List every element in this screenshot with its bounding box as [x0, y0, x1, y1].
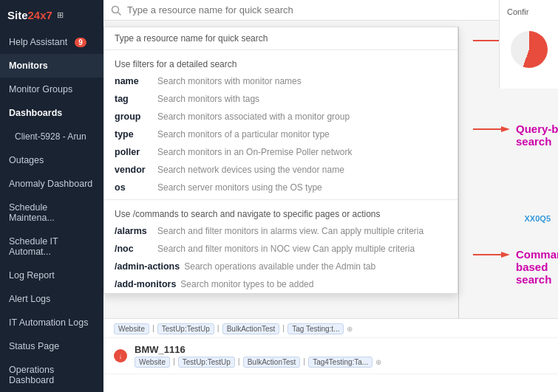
command-item-add-monitors[interactable]: /add-monitorsSearch monitor types to be … [104, 275, 457, 293]
command-keyword: /admin-actions [115, 261, 180, 272]
sidebar: Site24x7 ⊞ Help Assistant 9 Monitors Mon… [0, 0, 103, 392]
command-desc: Search monitor types to be added [180, 279, 313, 289]
separator: | [303, 357, 305, 368]
filter-item-poller[interactable]: pollerSearch monitors in an On-Premise P… [104, 143, 457, 161]
monitor-name: BMW_1116 [135, 344, 548, 355]
filter-keyword: group [115, 111, 153, 122]
monitor-tags: Website | TestUp:TestUp | BulkActionTest… [135, 357, 548, 368]
filter-item-tag[interactable]: tagSearch monitors with tags [104, 90, 457, 108]
filter-item-os[interactable]: osSearch server monitors using the OS ty… [104, 179, 457, 196]
tag: Tag Testing:t... [287, 323, 344, 334]
search-icon [111, 5, 121, 16]
sidebar-label: Schedule IT Automat... [9, 236, 95, 257]
command-keyword: /add-monitors [115, 279, 176, 289]
separator: | [217, 323, 220, 334]
sidebar-item-operations-dashboard[interactable]: Operations Dashboard [0, 358, 103, 392]
table-row[interactable]: Website | TestUp:TestUp | BulkActionTest… [103, 319, 558, 338]
tag: BulkActionTest [243, 357, 301, 368]
command-search-annotation: Command- based search [473, 248, 558, 286]
filter-desc: Search monitors associated with a monito… [157, 111, 350, 122]
sidebar-item-status-page[interactable]: Status Page [0, 334, 103, 358]
sidebar-item-monitors[interactable]: Monitors [0, 54, 103, 78]
command-items: /alarmsSearch and filter monitors in ala… [104, 222, 457, 293]
sidebar-item-outages[interactable]: Outages [0, 148, 103, 172]
search-dropdown: Type a resource name for quick search Us… [103, 27, 458, 294]
sidebar-label: Dashboards [9, 108, 62, 118]
filter-keyword: type [115, 129, 153, 140]
tag: TestUp:TestUp [157, 323, 214, 334]
logo-area: Site24x7 ⊞ [0, 0, 103, 30]
progress-circle [511, 31, 548, 68]
command-desc: Search operations available under the Ad… [184, 261, 375, 272]
sidebar-item-dashboards[interactable]: Dashboards [0, 101, 103, 125]
filter-item-vendor[interactable]: vendorSearch network devices using the v… [104, 161, 457, 179]
sidebar-label: IT Automation Logs [9, 317, 88, 328]
sidebar-label: Client-5928 - Arun [15, 131, 86, 142]
tag: Website [114, 323, 149, 334]
filter-search-hint: Use filters for a detailed search [104, 53, 457, 72]
divider1 [104, 49, 457, 50]
command-item-admin-actions[interactable]: /admin-actionsSearch operations availabl… [104, 258, 457, 275]
sidebar-item-anomaly-dashboard[interactable]: Anomaly Dashboard [0, 172, 103, 196]
filter-item-group[interactable]: groupSearch monitors associated with a m… [104, 108, 457, 125]
filter-desc: Search monitors of a particular monitor … [157, 129, 330, 140]
sidebar-item-schedule-it[interactable]: Schedule IT Automat... [0, 230, 103, 264]
sidebar-label: Outages [9, 155, 44, 165]
filter-keyword: poller [115, 147, 153, 157]
quick-search-hint: Type a resource name for quick search [104, 27, 457, 47]
monitor-list: Website | TestUp:TestUp | BulkActionTest… [103, 318, 558, 392]
separator: | [173, 357, 175, 368]
table-row[interactable]: ↓ BMW_1116 Website | TestUp:TestUp | Bul… [103, 338, 558, 374]
filter-desc: Search monitors with monitor names [157, 76, 302, 86]
filter-keyword: name [115, 76, 153, 86]
filter-keyword: os [115, 182, 153, 193]
filter-desc: Search network devices using the vendor … [157, 165, 344, 175]
tag: Website [135, 357, 170, 368]
filter-desc: Search server monitors using the OS type [157, 182, 322, 193]
sidebar-item-monitor-groups[interactable]: Monitor Groups [0, 78, 103, 101]
command-search-label: Command- based search [516, 248, 558, 286]
help-badge: 9 [75, 38, 86, 47]
filter-desc: Search monitors in an On-Premise Poller … [157, 147, 352, 157]
tag-more: ⊕ [347, 325, 353, 334]
sidebar-label: Status Page [9, 341, 59, 351]
filter-items: nameSearch monitors with monitor namesta… [104, 72, 457, 196]
command-search-arrow [473, 248, 510, 261]
sidebar-label: Monitors [9, 61, 48, 71]
command-desc: Search and filter monitors in NOC view C… [157, 244, 415, 254]
command-item-noc[interactable]: /nocSearch and filter monitors in NOC vi… [104, 240, 457, 258]
sidebar-item-log-report[interactable]: Log Report [0, 264, 103, 287]
separator: | [282, 323, 285, 334]
logo-highlight: 24x7 [28, 9, 52, 21]
divider2 [104, 199, 457, 200]
grid-icon[interactable]: ⊞ [57, 10, 64, 20]
tag: BulkActionTest [222, 323, 280, 334]
separator: | [238, 357, 240, 368]
separator: | [152, 323, 154, 334]
sidebar-item-schedule-maintenance[interactable]: Schedule Maintena... [0, 196, 103, 230]
filter-keyword: vendor [115, 165, 153, 175]
command-desc: Search and filter monitors in alarms vie… [157, 226, 423, 236]
sidebar-item-client[interactable]: Client-5928 - Arun [0, 125, 103, 148]
tag: TestUp:TestUp [178, 357, 235, 368]
sidebar-label: Anomaly Dashboard [9, 179, 92, 189]
filter-desc: Search monitors with tags [157, 94, 259, 104]
tag-more: ⊕ [375, 358, 381, 368]
filter-keyword: tag [115, 94, 153, 104]
command-keyword: /alarms [115, 226, 153, 236]
filter-item-name[interactable]: nameSearch monitors with monitor names [104, 72, 457, 90]
filter-item-type[interactable]: typeSearch monitors of a particular moni… [104, 125, 457, 143]
sidebar-item-help-assistant[interactable]: Help Assistant 9 [0, 30, 103, 54]
sidebar-label: Schedule Maintena... [9, 202, 95, 223]
sidebar-item-it-automation-logs[interactable]: IT Automation Logs [0, 311, 103, 334]
monitor-tags: Website | TestUp:TestUp | BulkActionTest… [114, 323, 548, 334]
sidebar-item-alert-logs[interactable]: Alert Logs [0, 287, 103, 311]
sidebar-label: Alert Logs [9, 294, 50, 304]
search-input[interactable] [127, 4, 551, 16]
svg-marker-7 [501, 252, 510, 258]
command-item-alarms[interactable]: /alarmsSearch and filter monitors in ala… [104, 222, 457, 240]
query-search-label: Query-based search [516, 123, 558, 148]
confirm-label: Confir [500, 0, 558, 24]
vertical-divider [458, 27, 459, 344]
sidebar-label: Operations Dashboard [9, 365, 95, 385]
